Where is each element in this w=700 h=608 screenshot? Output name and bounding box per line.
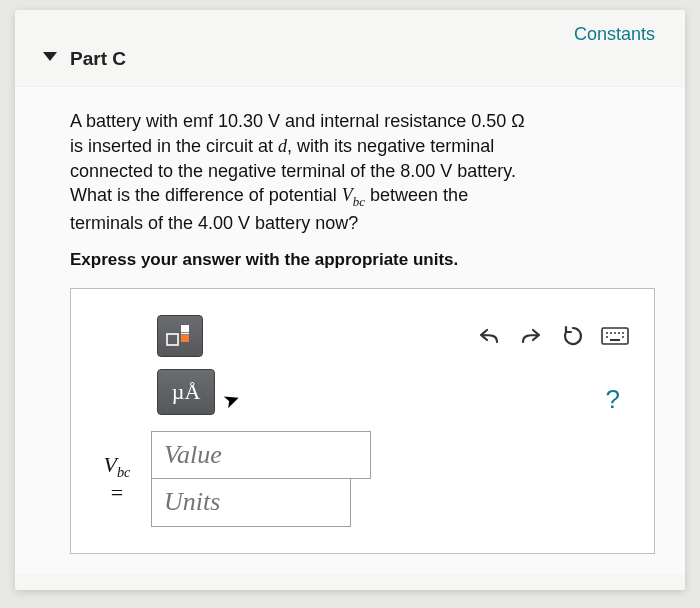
svg-point-10 — [606, 336, 608, 338]
part-header: Part C — [15, 10, 685, 87]
cursor-icon: ➤ — [219, 386, 243, 414]
redo-button[interactable] — [514, 319, 548, 353]
svg-rect-2 — [181, 335, 189, 342]
lhs-bc: bc — [117, 464, 131, 480]
q-line3: connected to the negative terminal of th… — [70, 161, 516, 181]
equals-sign: = — [111, 480, 123, 505]
units-picker-button[interactable]: µÅ — [157, 369, 215, 415]
answer-toolbar — [157, 315, 632, 357]
undo-button[interactable] — [472, 319, 506, 353]
collapse-toggle-icon[interactable] — [43, 52, 57, 61]
svg-point-6 — [610, 332, 612, 334]
part-label: Part C — [70, 48, 126, 69]
svg-point-11 — [622, 336, 624, 338]
answer-row: Vbc = — [93, 431, 632, 527]
var-bc: bc — [353, 194, 365, 209]
svg-rect-4 — [602, 328, 628, 344]
var-d: d — [278, 136, 287, 156]
var-V: V — [342, 185, 353, 205]
template-button[interactable] — [157, 315, 203, 357]
svg-point-9 — [622, 332, 624, 334]
q-line4b: between the — [365, 185, 468, 205]
answer-entry-panel: µÅ ➤ ? Vbc = — [70, 288, 655, 554]
q-line1: A battery with emf 10.30 V and internal … — [70, 111, 525, 131]
answer-lhs: Vbc = — [93, 453, 141, 505]
keyboard-button[interactable] — [598, 319, 632, 353]
help-button[interactable]: ? — [600, 384, 626, 415]
svg-point-8 — [618, 332, 620, 334]
q-line5: terminals of the 4.00 V battery now? — [70, 213, 358, 233]
q-line2b: , with its negative terminal — [287, 136, 494, 156]
svg-point-5 — [606, 332, 608, 334]
lhs-V: V — [104, 452, 117, 477]
q-line2a: is inserted in the circuit at — [70, 136, 278, 156]
svg-rect-0 — [167, 334, 178, 345]
content-area: A battery with emf 10.30 V and internal … — [15, 87, 685, 574]
svg-rect-1 — [181, 325, 189, 332]
svg-point-7 — [614, 332, 616, 334]
reset-button[interactable] — [556, 319, 590, 353]
question-text: A battery with emf 10.30 V and internal … — [70, 109, 655, 236]
svg-rect-12 — [610, 339, 620, 341]
units-input[interactable] — [151, 479, 351, 527]
q-line4a: What is the difference of potential — [70, 185, 342, 205]
instruction-text: Express your answer with the appropriate… — [70, 250, 655, 270]
value-input[interactable] — [151, 431, 371, 479]
